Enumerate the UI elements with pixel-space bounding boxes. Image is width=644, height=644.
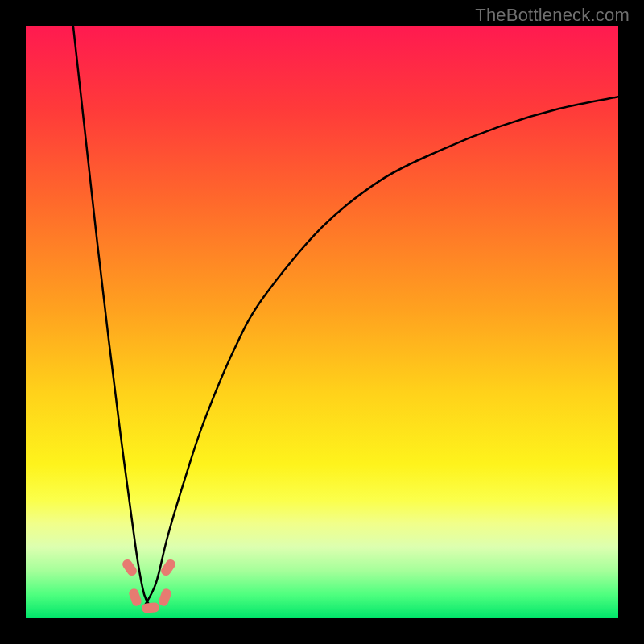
plot-area bbox=[26, 26, 618, 618]
right-bottleneck-curve bbox=[144, 97, 618, 606]
left-bottleneck-curve bbox=[73, 26, 151, 606]
highlight-marker bbox=[141, 602, 159, 613]
chart-frame: TheBottleneck.com bbox=[0, 0, 644, 644]
watermark-text: TheBottleneck.com bbox=[475, 5, 630, 26]
curve-layer bbox=[26, 26, 618, 618]
